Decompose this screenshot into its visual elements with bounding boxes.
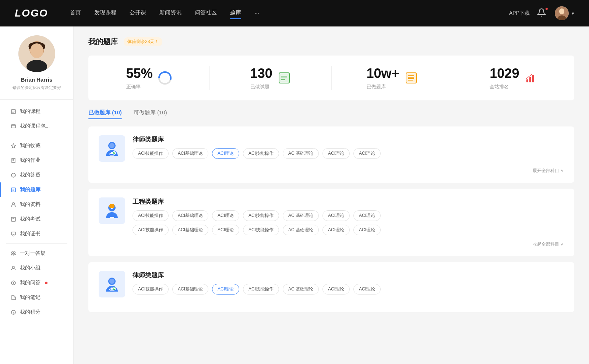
tag-active[interactable]: ACI理论 bbox=[212, 148, 239, 159]
tag[interactable]: ACI基础理论 bbox=[283, 225, 319, 235]
tag[interactable]: ACI理论 bbox=[322, 210, 350, 221]
tag[interactable]: ACI理论 bbox=[322, 225, 350, 235]
user-chevron[interactable]: ▾ bbox=[572, 11, 574, 16]
tab-available[interactable]: 可做题库 (10) bbox=[134, 109, 167, 119]
sidebar-item-qbank[interactable]: 我的题库 bbox=[0, 182, 73, 197]
tag[interactable]: ACI基础理论 bbox=[283, 148, 319, 159]
profile-motto: 错误的决定比没有决定要好 bbox=[13, 85, 61, 90]
tag[interactable]: ACI基础理论 bbox=[172, 210, 208, 221]
tag[interactable]: ACI理论 bbox=[212, 225, 239, 235]
main-content: 我的题库 体验剩余23天！ 55% 正确率 130 bbox=[74, 26, 589, 364]
svg-rect-10 bbox=[11, 125, 15, 128]
tag[interactable]: ACI技能操作 bbox=[243, 210, 279, 221]
tag[interactable]: ACI技能操作 bbox=[243, 148, 279, 159]
sidebar-item-my-course[interactable]: 我的课程 bbox=[0, 104, 73, 119]
nav-home[interactable]: 首页 bbox=[70, 9, 81, 18]
profile-icon bbox=[10, 201, 16, 207]
qbank-card-1: 律师类题库 ACI技能操作 ACI基础理论 ACI理论 ACI技能操作 ACI基… bbox=[88, 126, 574, 183]
course-icon bbox=[10, 108, 16, 114]
profile-avatar bbox=[18, 35, 55, 72]
nav-qbank[interactable]: 题库 bbox=[230, 9, 241, 18]
qbank-icon-engineer bbox=[99, 197, 125, 224]
svg-text:积: 积 bbox=[13, 311, 15, 314]
pie-icon bbox=[158, 71, 172, 85]
tag[interactable]: ACI理论 bbox=[353, 210, 381, 221]
qbank-content-1: 律师类题库 ACI技能操作 ACI基础理论 ACI理论 ACI技能操作 ACI基… bbox=[133, 135, 564, 159]
profile-name: Brian Harris bbox=[21, 76, 53, 83]
qbank-header-2: 工程类题库 ACI技能操作 ACI基础理论 ACI理论 ACI技能操作 ACI基… bbox=[99, 197, 564, 235]
sidebar-item-label: 我的题库 bbox=[20, 186, 40, 193]
tag[interactable]: ACI技能操作 bbox=[133, 225, 169, 235]
sidebar-item-group[interactable]: 我的小组 bbox=[0, 261, 73, 275]
nav-news[interactable]: 新闻资讯 bbox=[159, 9, 181, 18]
menu-divider bbox=[6, 136, 67, 136]
oneonone-icon bbox=[10, 250, 16, 256]
sidebar-item-package[interactable]: 我的课程包... bbox=[0, 119, 73, 133]
tag[interactable]: ACI理论 bbox=[353, 284, 381, 295]
sidebar-item-homework[interactable]: 我的作业 bbox=[0, 153, 73, 168]
svg-point-6 bbox=[30, 43, 43, 58]
svg-point-57 bbox=[111, 208, 113, 209]
sidebar-item-label: 一对一答疑 bbox=[20, 250, 46, 257]
star-icon bbox=[10, 143, 16, 149]
notification-icon[interactable] bbox=[537, 8, 547, 18]
sidebar-item-answers[interactable]: 我的问答 bbox=[0, 275, 73, 290]
sidebar-item-points[interactable]: 积 我的积分 bbox=[0, 305, 73, 320]
tag[interactable]: ACI理论 bbox=[353, 225, 381, 235]
tag[interactable]: ACI基础理论 bbox=[172, 148, 208, 159]
app-download-link[interactable]: APP下载 bbox=[509, 10, 530, 17]
tag[interactable]: ACI技能操作 bbox=[243, 284, 279, 295]
tag[interactable]: ACI技能操作 bbox=[133, 210, 169, 221]
homework-icon bbox=[10, 157, 16, 163]
nav-qa[interactable]: 问答社区 bbox=[195, 9, 217, 18]
qbank-title-3: 律师类题库 bbox=[133, 271, 564, 279]
tag[interactable]: ACI理论 bbox=[353, 148, 381, 159]
sidebar-item-cert[interactable]: 我的证书 bbox=[0, 226, 73, 241]
svg-point-28 bbox=[13, 266, 14, 268]
svg-rect-22 bbox=[11, 217, 15, 221]
stat-text-done: 130 已做试题 bbox=[250, 66, 272, 90]
svg-text:?: ? bbox=[13, 174, 15, 177]
nav-discover[interactable]: 发现课程 bbox=[94, 9, 116, 18]
tag-active[interactable]: ACI理论 bbox=[212, 284, 239, 295]
page-title: 我的题库 bbox=[88, 37, 118, 47]
tags-row-1: ACI技能操作 ACI基础理论 ACI理论 ACI技能操作 ACI基础理论 AC… bbox=[133, 148, 564, 159]
stat-value-banks: 10w+ bbox=[367, 66, 399, 81]
stat-value-done: 130 bbox=[250, 66, 272, 81]
sidebar-item-oneonone[interactable]: 一对一答疑 bbox=[0, 246, 73, 261]
tag[interactable]: ACI基础理论 bbox=[172, 284, 208, 295]
sidebar-item-collection[interactable]: 我的收藏 bbox=[0, 138, 73, 153]
tag[interactable]: ACI基础理论 bbox=[283, 284, 319, 295]
svg-point-51 bbox=[109, 143, 114, 148]
tag[interactable]: ACI理论 bbox=[322, 284, 350, 295]
tag[interactable]: ACI技能操作 bbox=[243, 225, 279, 235]
tab-done[interactable]: 已做题库 (10) bbox=[88, 109, 122, 119]
tag[interactable]: ACI理论 bbox=[212, 210, 239, 221]
menu-divider-2 bbox=[6, 243, 67, 244]
sidebar-item-notes[interactable]: 我的笔记 bbox=[0, 290, 73, 305]
sidebar-item-exam[interactable]: 我的考试 bbox=[0, 212, 73, 226]
sidebar-item-label: 我的问答 bbox=[20, 279, 40, 286]
package-icon bbox=[10, 123, 16, 129]
rank-icon bbox=[524, 71, 537, 85]
tag[interactable]: ACI基础理论 bbox=[172, 225, 208, 235]
qbank-header-3: 律师类题库 ACI技能操作 ACI基础理论 ACI理论 ACI技能操作 ACI基… bbox=[99, 271, 564, 297]
logo[interactable]: LOGO bbox=[15, 7, 48, 19]
expand-link-1[interactable]: 展开全部科目 ∨ bbox=[99, 168, 564, 174]
qbank-card-2: 工程类题库 ACI技能操作 ACI基础理论 ACI理论 ACI技能操作 ACI基… bbox=[88, 189, 574, 256]
nav-more[interactable]: ··· bbox=[254, 10, 259, 17]
sidebar-item-label: 我的答疑 bbox=[20, 172, 40, 178]
sidebar-menu: 我的课程 我的课程包... 我的收藏 bbox=[0, 104, 73, 320]
stats-row: 55% 正确率 130 已做试题 bbox=[88, 56, 574, 100]
tag[interactable]: ACI技能操作 bbox=[133, 284, 169, 295]
exam-icon bbox=[10, 216, 16, 222]
tag[interactable]: ACI理论 bbox=[322, 148, 350, 159]
user-avatar-area[interactable]: ▾ bbox=[555, 6, 574, 20]
sidebar-item-profile[interactable]: 我的资料 bbox=[0, 197, 73, 212]
nav-opencourse[interactable]: 公开课 bbox=[130, 9, 146, 18]
sidebar-item-qa[interactable]: ? 我的答疑 bbox=[0, 168, 73, 182]
page-header: 我的题库 体验剩余23天！ bbox=[88, 37, 574, 47]
collapse-link-2[interactable]: 收起全部科目 ∧ bbox=[99, 241, 564, 247]
tag[interactable]: ACI技能操作 bbox=[133, 148, 169, 159]
tag[interactable]: ACI基础理论 bbox=[283, 210, 319, 221]
